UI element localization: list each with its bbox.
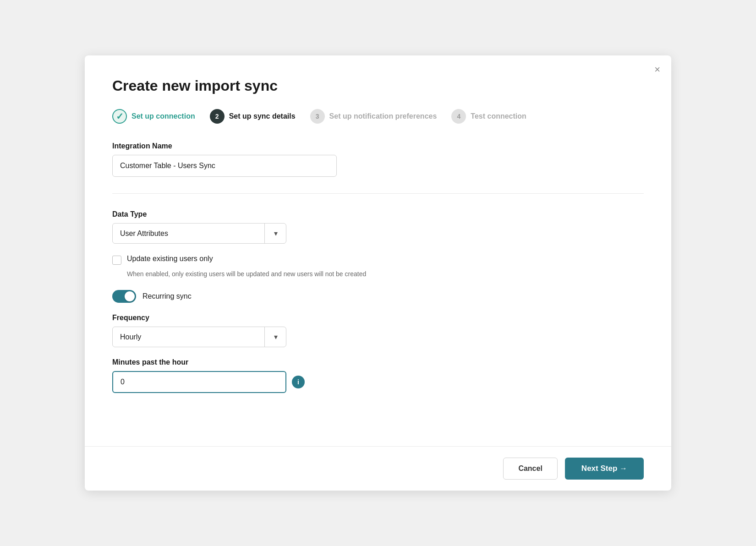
minutes-input[interactable] [112, 371, 286, 393]
step-4-circle: 4 [451, 109, 466, 124]
recurring-sync-row: Recurring sync [112, 290, 644, 303]
info-icon[interactable]: i [292, 376, 305, 388]
step-3-circle: 3 [310, 109, 325, 124]
integration-name-label: Integration Name [112, 142, 644, 150]
frequency-section: Frequency Hourly Daily Weekly ▾ [112, 314, 644, 347]
integration-name-section: Integration Name [112, 142, 644, 177]
recurring-sync-toggle[interactable] [112, 290, 136, 303]
frequency-select[interactable]: Hourly Daily Weekly [112, 327, 286, 347]
data-type-select[interactable]: User Attributes Events User Devices [112, 223, 286, 244]
step-1-circle: ✓ [112, 109, 127, 124]
toggle-thumb [125, 291, 135, 301]
step-setup-connection: ✓ Set up connection [112, 109, 210, 124]
modal-title: Create new import sync [112, 77, 644, 94]
step-2-circle: 2 [210, 109, 225, 124]
minutes-section: Minutes past the hour i [112, 358, 644, 393]
step-sync-details: 2 Set up sync details [210, 109, 310, 124]
data-type-section: Data Type User Attributes Events User De… [112, 210, 644, 244]
step-test-connection: 4 Test connection [451, 109, 541, 124]
checkbox-row: Update existing users only [112, 255, 644, 265]
checkbox-description: When enabled, only existing users will b… [127, 269, 383, 279]
modal-footer: Cancel Next Step → [85, 446, 671, 491]
cancel-button[interactable]: Cancel [503, 458, 557, 480]
step-2-label: Set up sync details [229, 112, 296, 120]
step-notifications: 3 Set up notification preferences [310, 109, 452, 124]
minutes-input-wrapper: i [112, 371, 644, 393]
close-button[interactable]: × [654, 65, 660, 75]
step-3-label: Set up notification preferences [329, 112, 437, 120]
step-4-label: Test connection [471, 112, 526, 120]
frequency-select-wrapper: Hourly Daily Weekly ▾ [112, 327, 286, 347]
checkbox-label: Update existing users only [127, 255, 213, 263]
frequency-label: Frequency [112, 314, 644, 322]
next-step-button[interactable]: Next Step → [565, 458, 644, 480]
integration-name-input[interactable] [112, 155, 337, 177]
section-divider-1 [112, 193, 644, 194]
modal-container: × Create new import sync ✓ Set up connec… [85, 55, 671, 491]
data-type-label: Data Type [112, 210, 644, 218]
steps-bar: ✓ Set up connection 2 Set up sync detail… [112, 109, 644, 124]
check-icon: ✓ [116, 111, 124, 122]
minutes-label: Minutes past the hour [112, 358, 644, 366]
recurring-sync-label: Recurring sync [142, 292, 192, 300]
update-existing-checkbox[interactable] [112, 256, 121, 265]
step-1-label: Set up connection [131, 112, 195, 120]
data-type-select-wrapper: User Attributes Events User Devices ▾ [112, 223, 286, 244]
update-existing-section: Update existing users only When enabled,… [112, 255, 644, 279]
